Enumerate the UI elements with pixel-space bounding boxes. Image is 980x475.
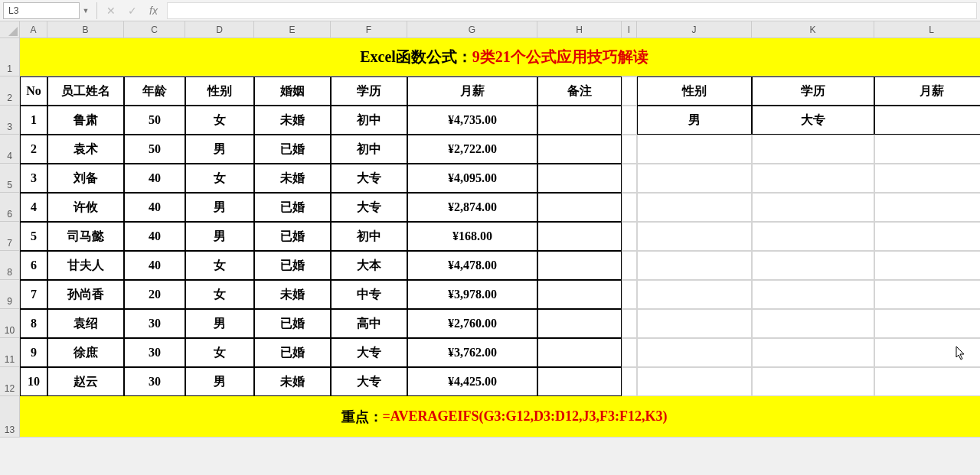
cell[interactable] xyxy=(637,135,752,164)
row-header-1[interactable]: 1 xyxy=(0,38,19,76)
cell-I10[interactable] xyxy=(622,309,637,338)
cell-I6[interactable] xyxy=(622,193,637,222)
row-header-9[interactable]: 9 xyxy=(0,280,19,309)
row-header-2[interactable]: 2 xyxy=(0,76,19,106)
data-cell-note[interactable] xyxy=(537,280,622,309)
data-cell-no[interactable]: 4 xyxy=(20,193,47,222)
column-header-C[interactable]: C xyxy=(124,21,185,37)
fx-icon[interactable]: fx xyxy=(149,5,158,17)
cell[interactable] xyxy=(637,367,752,396)
data-cell-age[interactable]: 40 xyxy=(124,251,185,280)
header-right-月薪[interactable]: 月薪 xyxy=(874,76,980,106)
data-cell-sex[interactable]: 男 xyxy=(185,309,254,338)
data-cell-name[interactable]: 鲁肃 xyxy=(47,106,124,135)
data-cell-name[interactable]: 赵云 xyxy=(47,367,124,396)
cell[interactable] xyxy=(637,338,752,367)
column-header-K[interactable]: K xyxy=(752,21,874,37)
column-header-E[interactable]: E xyxy=(254,21,331,37)
column-header-B[interactable]: B xyxy=(47,21,124,37)
cell[interactable] xyxy=(752,280,874,309)
data-cell-name[interactable]: 孙尚香 xyxy=(47,280,124,309)
data-cell-mar[interactable]: 已婚 xyxy=(254,338,331,367)
data-cell-note[interactable] xyxy=(537,251,622,280)
data-cell-sal[interactable]: ¥2,874.00 xyxy=(407,193,537,222)
header-月薪[interactable]: 月薪 xyxy=(407,76,537,106)
data-cell-no[interactable]: 8 xyxy=(20,309,47,338)
data-cell-edu[interactable]: 高中 xyxy=(331,309,407,338)
data-cell-age[interactable]: 40 xyxy=(124,193,185,222)
cell-I9[interactable] xyxy=(622,280,637,309)
header-No[interactable]: No xyxy=(20,76,47,106)
cell-I5[interactable] xyxy=(622,164,637,193)
data-cell-note[interactable] xyxy=(537,164,622,193)
header-right-学历[interactable]: 学历 xyxy=(752,76,874,106)
data-cell-age[interactable]: 30 xyxy=(124,309,185,338)
data-cell-mar[interactable]: 未婚 xyxy=(254,280,331,309)
cell-I3[interactable] xyxy=(622,106,637,135)
name-box[interactable]: L3 xyxy=(3,2,80,19)
data-cell-age[interactable]: 50 xyxy=(124,135,185,164)
data-cell-note[interactable] xyxy=(537,106,622,135)
data-cell-no[interactable]: 9 xyxy=(20,338,47,367)
data-cell-no[interactable]: 5 xyxy=(20,222,47,251)
data-cell-mar[interactable]: 未婚 xyxy=(254,164,331,193)
data-cell-sal[interactable]: ¥2,760.00 xyxy=(407,309,537,338)
data-cell-no[interactable]: 3 xyxy=(20,164,47,193)
cell[interactable] xyxy=(752,164,874,193)
lookup-cell-1[interactable]: 大专 xyxy=(752,106,874,135)
data-cell-no[interactable]: 7 xyxy=(20,280,47,309)
select-all-corner[interactable] xyxy=(0,21,20,38)
cell[interactable] xyxy=(874,309,980,338)
column-header-F[interactable]: F xyxy=(331,21,407,37)
row-header-11[interactable]: 11 xyxy=(0,338,19,367)
cell[interactable] xyxy=(752,222,874,251)
cell-I7[interactable] xyxy=(622,222,637,251)
cell[interactable] xyxy=(637,251,752,280)
data-cell-edu[interactable]: 大专 xyxy=(331,164,407,193)
cell-I4[interactable] xyxy=(622,135,637,164)
header-性别[interactable]: 性别 xyxy=(185,76,254,106)
row-header-5[interactable]: 5 xyxy=(0,164,19,193)
cell[interactable] xyxy=(637,193,752,222)
cell[interactable] xyxy=(752,367,874,396)
data-cell-sex[interactable]: 女 xyxy=(185,338,254,367)
data-cell-name[interactable]: 司马懿 xyxy=(47,222,124,251)
row-header-12[interactable]: 12 xyxy=(0,367,19,396)
data-cell-edu[interactable]: 大专 xyxy=(331,338,407,367)
cell[interactable] xyxy=(637,280,752,309)
accept-icon[interactable]: ✓ xyxy=(128,5,137,17)
data-cell-sex[interactable]: 男 xyxy=(185,367,254,396)
data-cell-edu[interactable]: 初中 xyxy=(331,135,407,164)
data-cell-no[interactable]: 1 xyxy=(20,106,47,135)
row-header-4[interactable]: 4 xyxy=(0,135,19,164)
cell[interactable] xyxy=(752,309,874,338)
data-cell-note[interactable] xyxy=(537,135,622,164)
data-cell-name[interactable]: 甘夫人 xyxy=(47,251,124,280)
row-header-3[interactable]: 3 xyxy=(0,106,19,135)
lookup-cell-2[interactable] xyxy=(874,106,980,135)
data-cell-edu[interactable]: 中专 xyxy=(331,280,407,309)
cell[interactable] xyxy=(752,135,874,164)
data-cell-mar[interactable]: 已婚 xyxy=(254,135,331,164)
data-cell-no[interactable]: 2 xyxy=(20,135,47,164)
data-cell-note[interactable] xyxy=(537,193,622,222)
data-cell-sal[interactable]: ¥4,735.00 xyxy=(407,106,537,135)
cell[interactable] xyxy=(874,135,980,164)
data-cell-sal[interactable]: ¥4,095.00 xyxy=(407,164,537,193)
row-header-13[interactable]: 13 xyxy=(0,396,19,438)
cell[interactable] xyxy=(874,164,980,193)
cell[interactable] xyxy=(874,222,980,251)
column-header-D[interactable]: D xyxy=(185,21,254,37)
cancel-icon[interactable]: ✕ xyxy=(106,5,116,17)
cell-I8[interactable] xyxy=(622,251,637,280)
row-header-10[interactable]: 10 xyxy=(0,309,19,338)
cell[interactable] xyxy=(637,164,752,193)
data-cell-no[interactable]: 6 xyxy=(20,251,47,280)
column-header-H[interactable]: H xyxy=(537,21,622,37)
data-cell-sex[interactable]: 女 xyxy=(185,164,254,193)
column-header-J[interactable]: J xyxy=(637,21,752,37)
column-header-L[interactable]: L xyxy=(874,21,980,37)
data-cell-edu[interactable]: 初中 xyxy=(331,222,407,251)
data-cell-name[interactable]: 刘备 xyxy=(47,164,124,193)
data-cell-mar[interactable]: 未婚 xyxy=(254,367,331,396)
